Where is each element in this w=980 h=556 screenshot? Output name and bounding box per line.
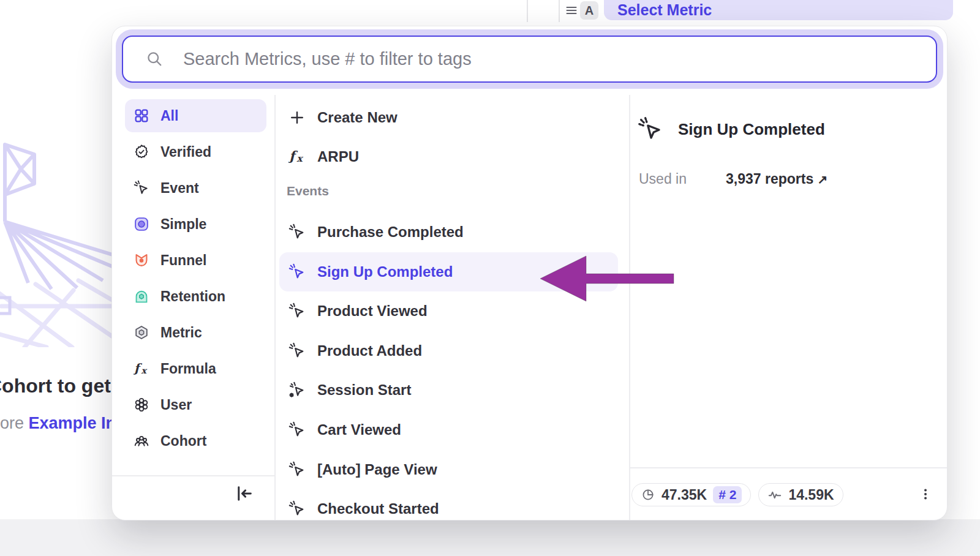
sidebar-item-label: Verified xyxy=(160,144,211,160)
subline-prefix: ore xyxy=(0,414,29,432)
formula-icon: ƒx xyxy=(288,148,306,165)
sidebar-item-formula[interactable]: ƒxFormula xyxy=(125,352,266,385)
metric-icon xyxy=(134,325,149,340)
collapse-sidebar-button[interactable] xyxy=(233,483,254,504)
sidebar-item-label: User xyxy=(160,397,192,413)
metric-row-product-added[interactable]: Product Added xyxy=(279,331,618,370)
pie-icon xyxy=(641,487,655,502)
metric-row-label: ARPU xyxy=(317,148,359,165)
sidebar-item-label: Event xyxy=(160,180,199,197)
metric-row-sign-up-completed[interactable]: Sign Up Completed xyxy=(279,252,618,291)
page-bottom-background xyxy=(0,519,980,556)
events-section-header: Events xyxy=(287,181,329,201)
reports-count-link[interactable]: 3,937 reports ↗ xyxy=(726,171,827,187)
pulse-icon xyxy=(767,487,782,502)
usage-badges: 47.35K# 214.59K xyxy=(631,483,843,506)
metric-picker-modal: AllVerifiedEventSimpleFunnelRetentionMet… xyxy=(111,26,948,520)
sidebar-item-event[interactable]: Event xyxy=(125,171,266,205)
create-new-button[interactable]: Create New xyxy=(279,98,618,137)
metric-row-label: Sign Up Completed xyxy=(317,263,453,280)
retention-icon xyxy=(134,288,149,304)
sidebar-item-all[interactable]: All xyxy=(125,99,266,132)
event-icon xyxy=(134,180,149,196)
metric-row-label: Product Viewed xyxy=(317,302,428,320)
sidebar-item-user[interactable]: User xyxy=(125,388,266,421)
metric-row-label: [Auto] Page View xyxy=(317,461,437,478)
event-icon xyxy=(288,263,306,280)
sidebar-item-funnel[interactable]: Funnel xyxy=(125,244,266,277)
sidebar-footer-divider xyxy=(112,475,274,476)
select-metric-button[interactable]: Select Metric xyxy=(604,0,953,20)
grid-icon xyxy=(134,108,149,124)
svg-text:x: x xyxy=(141,366,148,375)
formula-icon: ƒx xyxy=(134,361,149,377)
user-icon xyxy=(134,397,149,413)
search-input[interactable] xyxy=(123,37,936,81)
sidebar-item-label: Retention xyxy=(160,288,225,305)
event-icon xyxy=(288,421,306,438)
metric-row-session-start[interactable]: Session Start xyxy=(279,370,618,410)
sidebar-item-label: Metric xyxy=(160,325,202,341)
rank-chip: # 2 xyxy=(713,486,742,503)
sidebar-item-verified[interactable]: Verified xyxy=(125,135,266,168)
sidebar-item-label: All xyxy=(160,108,178,124)
event-icon xyxy=(638,116,663,142)
metric-row-label: Cart Viewed xyxy=(317,421,401,438)
details-footer-divider xyxy=(630,467,947,468)
metric-row-label: Purchase Completed xyxy=(317,224,464,241)
event-icon xyxy=(288,302,306,320)
details-title: Sign Up Completed xyxy=(678,120,825,139)
sidebar-divider xyxy=(274,95,276,520)
metric-row-product-viewed[interactable]: Product Viewed xyxy=(279,291,618,331)
background-headline-text: Cohort to get s xyxy=(0,375,127,397)
metric-row-auto-page-view[interactable]: [Auto] Page View xyxy=(279,450,618,489)
verified-icon xyxy=(134,144,149,160)
external-link-icon: ↗ xyxy=(818,173,828,186)
topbar-divider xyxy=(559,0,560,22)
usage-badge-pie[interactable]: 47.35K# 2 xyxy=(631,483,751,506)
background-subline: ore Example Ins xyxy=(0,414,125,433)
sidebar-item-simple[interactable]: Simple xyxy=(125,208,266,241)
drag-handle-icon[interactable] xyxy=(564,3,579,18)
sidebar-item-retention[interactable]: Retention xyxy=(125,280,266,313)
more-options-button[interactable] xyxy=(914,483,937,506)
sidebar-item-label: Simple xyxy=(160,216,206,233)
metric-row-arpu[interactable]: ƒx ARPU xyxy=(279,137,618,176)
details-divider xyxy=(629,95,630,520)
sidebar-item-cohort[interactable]: Cohort xyxy=(125,424,266,457)
create-new-label: Create New xyxy=(317,109,398,126)
event-icon xyxy=(288,342,306,359)
cohort-icon xyxy=(134,433,149,449)
sidebar-item-metric[interactable]: Metric xyxy=(125,316,266,349)
metric-row-label: Product Added xyxy=(317,342,422,359)
topbar-divider xyxy=(527,0,528,22)
decorative-wireframe-illustration xyxy=(0,136,116,347)
screen: Cohort to get s ore Example Ins A Select… xyxy=(0,0,980,556)
funnel-icon xyxy=(134,252,149,268)
used-in-label: Used in xyxy=(639,171,687,187)
kebab-menu-icon xyxy=(918,487,933,502)
simple-icon xyxy=(134,216,149,232)
select-metric-label: Select Metric xyxy=(604,1,712,19)
metric-row-letter-badge: A xyxy=(580,1,598,20)
event-icon xyxy=(288,500,306,517)
metric-row-checkout-started[interactable]: Checkout Started xyxy=(279,489,618,520)
svg-text:x: x xyxy=(296,153,303,164)
event-icon xyxy=(288,461,306,478)
event-icon xyxy=(288,224,306,241)
sidebar-item-label: Funnel xyxy=(160,252,206,269)
search-box xyxy=(122,36,937,83)
example-insights-link[interactable]: Example Ins xyxy=(29,414,126,432)
metric-row-label: Session Start xyxy=(317,381,411,399)
metric-row-cart-viewed[interactable]: Cart Viewed xyxy=(279,410,618,449)
usage-badge-pulse[interactable]: 14.59K xyxy=(758,483,843,506)
sidebar-item-label: Cohort xyxy=(160,433,206,449)
metric-row-label: Checkout Started xyxy=(317,500,439,517)
plus-icon xyxy=(288,109,306,126)
sidebar-item-label: Formula xyxy=(160,361,216,377)
metric-row-purchase-completed[interactable]: Purchase Completed xyxy=(279,212,618,252)
event-star-icon xyxy=(288,381,306,399)
